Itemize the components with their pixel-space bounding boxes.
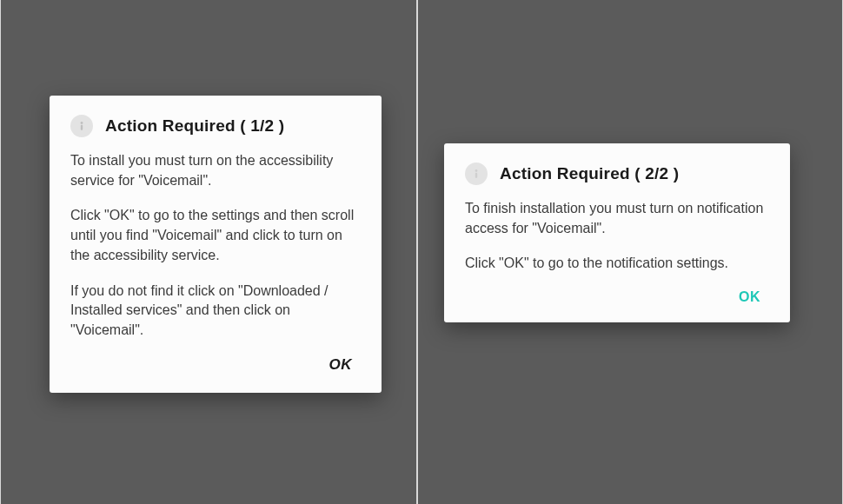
dialog-actions: OK: [70, 349, 361, 381]
svg-rect-1: [81, 125, 83, 130]
dialog-title: Action Required ( 2/2 ): [500, 164, 679, 183]
dialog-header: Action Required ( 1/2 ): [70, 115, 361, 137]
ok-button[interactable]: OK: [730, 282, 769, 312]
svg-rect-3: [475, 173, 477, 178]
screen-left: Action Required ( 1/2 ) To install you m…: [0, 0, 417, 504]
info-icon: [465, 162, 488, 185]
dialog-title: Action Required ( 1/2 ): [105, 116, 284, 136]
screen-right: Action Required ( 2/2 ) To finish instal…: [417, 0, 843, 504]
dialog-action-required-1: Action Required ( 1/2 ) To install you m…: [50, 96, 382, 393]
dialog-paragraph: Click "OK" to go to the settings and the…: [70, 206, 361, 265]
svg-point-0: [81, 122, 83, 124]
dialog-body: To finish installation you must turn on …: [465, 199, 769, 274]
dialog-paragraph: Click "OK" to go to the notification set…: [465, 254, 769, 274]
dialog-actions: OK: [465, 282, 769, 312]
ok-button[interactable]: OK: [321, 349, 362, 381]
dialog-paragraph: To install you must turn on the accessib…: [70, 151, 361, 190]
dialog-action-required-2: Action Required ( 2/2 ) To finish instal…: [444, 143, 790, 322]
dialog-header: Action Required ( 2/2 ): [465, 162, 769, 185]
svg-point-2: [475, 169, 478, 172]
dialog-paragraph: To finish installation you must turn on …: [465, 199, 769, 238]
info-icon: [70, 115, 93, 137]
dialog-paragraph: If you do not find it click on "Download…: [70, 282, 361, 341]
dialog-body: To install you must turn on the accessib…: [70, 151, 361, 341]
